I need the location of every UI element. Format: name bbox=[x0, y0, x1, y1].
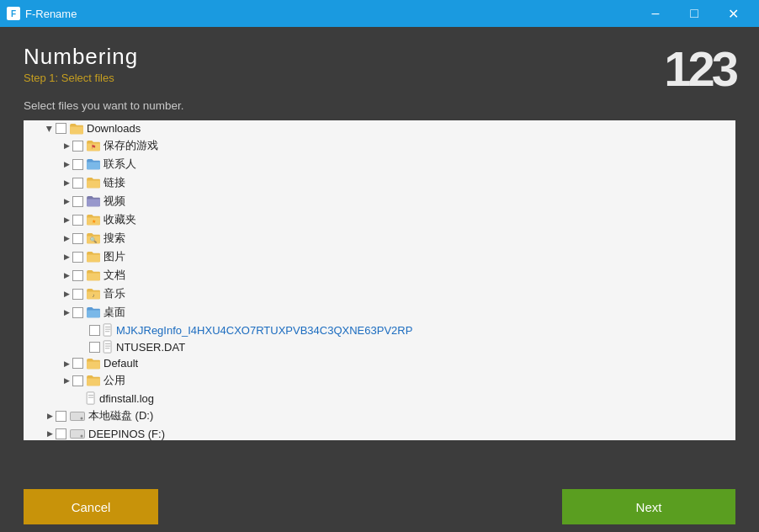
folder-music-icon: ♪ bbox=[86, 288, 101, 300]
folder-video-icon bbox=[86, 195, 101, 207]
tree-item[interactable]: ▶图片 bbox=[24, 247, 735, 266]
expand-arrow-icon[interactable]: ▶ bbox=[61, 195, 72, 207]
item-checkbox[interactable] bbox=[72, 178, 83, 189]
step-label: Step 1: Select files bbox=[24, 72, 735, 84]
svg-rect-4 bbox=[104, 324, 111, 336]
svg-point-20 bbox=[81, 435, 83, 438]
item-checkbox[interactable] bbox=[56, 411, 66, 422]
item-label: 保存的游戏 bbox=[104, 138, 158, 153]
tree-item[interactable]: ▶Downloads bbox=[24, 120, 735, 136]
step-action: Select files bbox=[61, 72, 114, 84]
svg-point-17 bbox=[81, 418, 83, 420]
item-checkbox[interactable] bbox=[72, 252, 83, 263]
item-checkbox[interactable] bbox=[89, 325, 100, 336]
item-checkbox[interactable] bbox=[72, 233, 83, 244]
tree-item[interactable]: ▶文档 bbox=[24, 266, 735, 285]
expand-arrow-icon[interactable]: ▶ bbox=[61, 288, 72, 300]
expand-arrow-icon[interactable]: ▶ bbox=[61, 306, 72, 318]
tree-item[interactable]: ▶DEEPINOS (F:) bbox=[24, 425, 735, 440]
tree-item[interactable]: ▶联系人 bbox=[24, 155, 735, 173]
tree-item[interactable]: ▶视频 bbox=[24, 192, 735, 210]
expand-arrow-icon[interactable]: ▶ bbox=[44, 123, 56, 135]
window-controls: – □ ✕ bbox=[636, 0, 752, 27]
svg-text:⚑: ⚑ bbox=[91, 144, 96, 150]
tree-item[interactable]: ▶公用 bbox=[24, 371, 735, 390]
expand-arrow-icon[interactable]: ▶ bbox=[61, 158, 72, 170]
file-tree[interactable]: ▶Downloads▶⚑保存的游戏▶联系人▶链接▶视频▶★收藏夹▶🔍搜索▶图片▶… bbox=[24, 120, 735, 440]
file-icon bbox=[103, 323, 114, 337]
file-doc-icon bbox=[86, 391, 97, 405]
tree-item[interactable]: ▶⚑保存的游戏 bbox=[24, 136, 735, 155]
app-title: F-Rename bbox=[25, 8, 77, 20]
tree-item[interactable]: ▶★收藏夹 bbox=[24, 210, 735, 229]
folder-pictures-icon bbox=[86, 251, 101, 263]
item-checkbox[interactable] bbox=[72, 141, 83, 152]
tree-item[interactable]: NTUSER.DAT bbox=[24, 338, 735, 355]
expand-arrow-icon[interactable]: ▶ bbox=[61, 177, 72, 189]
item-checkbox[interactable] bbox=[89, 342, 100, 353]
expand-arrow-icon[interactable]: ▶ bbox=[61, 269, 72, 281]
item-checkbox[interactable] bbox=[72, 215, 83, 226]
expand-arrow-icon[interactable]: ▶ bbox=[44, 410, 56, 422]
item-checkbox[interactable] bbox=[56, 123, 66, 134]
item-checkbox[interactable] bbox=[72, 307, 83, 318]
folder-links-icon bbox=[86, 177, 101, 189]
expand-arrow-icon[interactable]: ▶ bbox=[61, 251, 72, 263]
tree-item[interactable]: ▶Default bbox=[24, 355, 735, 371]
item-label: DEEPINOS (F:) bbox=[88, 428, 165, 440]
item-label: 图片 bbox=[104, 249, 125, 264]
drive-icon bbox=[69, 409, 86, 423]
tree-item[interactable]: ▶桌面 bbox=[24, 303, 735, 322]
tree-item[interactable]: dfinstall.log bbox=[24, 390, 735, 407]
item-checkbox[interactable] bbox=[72, 289, 83, 300]
app-icon: F bbox=[7, 7, 20, 20]
svg-text:★: ★ bbox=[92, 218, 96, 224]
tree-item[interactable]: ▶♪音乐 bbox=[24, 285, 735, 303]
item-checkbox[interactable] bbox=[72, 159, 83, 170]
expand-arrow-icon[interactable]: ▶ bbox=[61, 214, 72, 226]
folder-yellow-icon bbox=[86, 375, 101, 386]
item-label: 联系人 bbox=[104, 157, 136, 172]
item-label: 本地磁盘 (D:) bbox=[88, 408, 153, 423]
folder-favorites-icon: ★ bbox=[86, 214, 101, 226]
folder-contacts-icon bbox=[86, 158, 101, 170]
cancel-button[interactable]: Cancel bbox=[24, 489, 158, 524]
item-checkbox[interactable] bbox=[72, 375, 83, 386]
item-label: 视频 bbox=[104, 194, 125, 209]
maximize-button[interactable]: □ bbox=[675, 0, 714, 27]
item-label: Default bbox=[104, 357, 138, 370]
bottom-bar: Cancel Next bbox=[0, 481, 759, 532]
item-checkbox[interactable] bbox=[56, 428, 66, 439]
expand-arrow-icon[interactable]: ▶ bbox=[61, 140, 72, 152]
svg-rect-12 bbox=[87, 392, 94, 404]
svg-text:🔍: 🔍 bbox=[90, 237, 97, 243]
title-bar-left: F F-Rename bbox=[7, 7, 77, 20]
folder-search-icon: 🔍 bbox=[86, 232, 101, 244]
item-label: 链接 bbox=[104, 175, 125, 190]
expand-arrow-icon[interactable]: ▶ bbox=[61, 375, 72, 386]
item-label: 搜索 bbox=[104, 231, 125, 246]
item-checkbox[interactable] bbox=[72, 358, 83, 369]
title-bar: F F-Rename – □ ✕ bbox=[0, 0, 759, 27]
tree-item[interactable]: ▶链接 bbox=[24, 173, 735, 192]
item-label: 文档 bbox=[104, 268, 125, 283]
close-button[interactable]: ✕ bbox=[714, 0, 752, 27]
item-label: 收藏夹 bbox=[104, 212, 136, 227]
tree-item[interactable]: MJKJRegInfo_I4HXU4CXO7RTUXPVB34C3QXNE63P… bbox=[24, 322, 735, 338]
minimize-button[interactable]: – bbox=[636, 0, 675, 27]
item-checkbox[interactable] bbox=[72, 270, 83, 281]
folder-yellow-icon bbox=[86, 358, 101, 370]
tree-item[interactable]: ▶本地磁盘 (D:) bbox=[24, 407, 735, 425]
folder-desktop-icon bbox=[86, 306, 101, 318]
description: Select files you want to number. bbox=[24, 99, 735, 112]
expand-arrow-icon[interactable]: ▶ bbox=[44, 428, 56, 439]
item-checkbox[interactable] bbox=[72, 196, 83, 207]
next-button[interactable]: Next bbox=[562, 489, 735, 524]
folder-special-icon: ⚑ bbox=[86, 140, 101, 152]
expand-arrow-icon[interactable]: ▶ bbox=[61, 232, 72, 244]
tree-item[interactable]: ▶🔍搜索 bbox=[24, 229, 735, 247]
item-label: dfinstall.log bbox=[99, 392, 154, 405]
expand-arrow-icon[interactable]: ▶ bbox=[61, 358, 72, 370]
folder-docs-icon bbox=[86, 269, 101, 281]
page-title: Numbering bbox=[24, 44, 735, 70]
